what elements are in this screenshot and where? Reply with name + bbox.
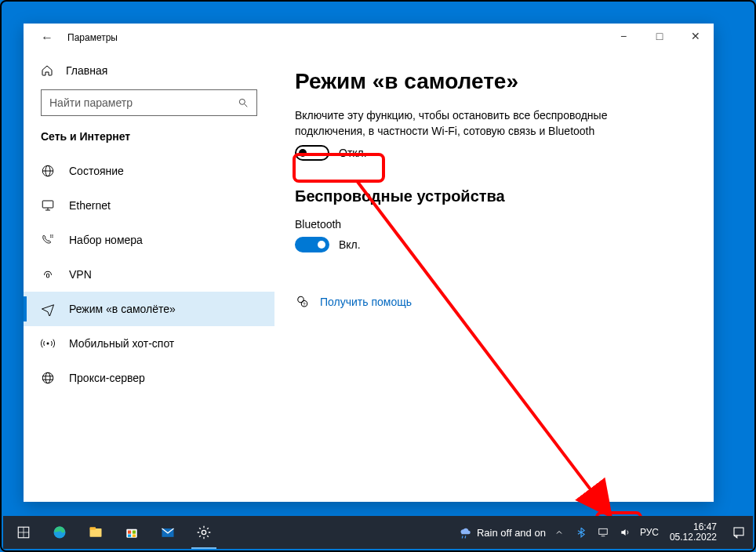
nav-ethernet[interactable]: Ethernet: [24, 188, 274, 223]
bluetooth-label: Bluetooth: [295, 218, 693, 231]
settings-window: ← Параметры − □ ✕ Главная Найти параметр…: [24, 24, 714, 502]
svg-point-34: [202, 530, 205, 534]
svg-rect-29: [128, 531, 131, 534]
nav-hotspot[interactable]: Мобильный хот-спот: [24, 326, 274, 361]
window-title: Параметры: [67, 32, 118, 43]
svg-rect-32: [133, 535, 136, 537]
tray-network-icon[interactable]: [596, 525, 610, 539]
svg-rect-27: [90, 527, 96, 529]
svg-rect-39: [734, 528, 743, 536]
taskbar-settings[interactable]: [188, 516, 220, 549]
home-nav[interactable]: Главная: [24, 58, 274, 85]
nav-airplane[interactable]: Режим «в самолёте»: [24, 292, 274, 326]
help-link[interactable]: ? Получить помощь: [295, 295, 693, 309]
weather-text: Rain off and on: [477, 527, 546, 539]
taskbar-clock[interactable]: 16:47 05.12.2022: [670, 522, 717, 543]
bluetooth-toggle-label: Вкл.: [339, 238, 361, 251]
airplane-icon: [41, 302, 55, 316]
tray-chevron-icon[interactable]: [552, 525, 566, 539]
svg-rect-37: [599, 528, 608, 534]
nav-label: Ethernet: [69, 199, 111, 212]
svg-text:?: ?: [303, 302, 306, 307]
content-pane: Режим «в самолете» Включите эту функцию,…: [274, 52, 714, 502]
taskbar-mail[interactable]: [152, 516, 184, 549]
hotspot-icon: [41, 336, 55, 350]
nav-label: Прокси-сервер: [69, 372, 145, 384]
airplane-toggle-row: Откл.: [295, 145, 693, 161]
search-input[interactable]: Найти параметр: [41, 89, 257, 116]
svg-line-35: [462, 536, 463, 539]
taskbar-store[interactable]: [116, 516, 147, 549]
section-label: Сеть и Интернет: [24, 130, 274, 154]
system-tray: РУС: [552, 525, 659, 539]
taskbar-notifications[interactable]: [728, 525, 750, 539]
vpn-icon: [41, 267, 55, 281]
search-placeholder: Найти параметр: [49, 96, 133, 109]
maximize-button[interactable]: □: [642, 24, 678, 49]
search-icon: [238, 97, 249, 108]
svg-point-9: [52, 237, 53, 238]
clock-date: 05.12.2022: [670, 532, 717, 543]
globe-icon: [41, 164, 55, 178]
sidebar: Главная Найти параметр Сеть и Интернет С…: [24, 52, 274, 502]
nav-label: Мобильный хот-спот: [69, 337, 174, 350]
tray-lang[interactable]: РУС: [640, 527, 659, 538]
taskbar-search[interactable]: [8, 516, 39, 549]
tray-volume-icon[interactable]: [618, 525, 632, 539]
nav-label: Состояние: [69, 165, 124, 177]
page-description: Включите эту функцию, чтобы остановить в…: [295, 108, 632, 139]
svg-point-0: [239, 99, 245, 104]
svg-point-11: [52, 234, 53, 236]
taskbar-edge[interactable]: [44, 516, 75, 549]
nav-label: Набор номера: [69, 234, 143, 246]
taskbar: Rain off and on РУС 16:47 05.12.2022: [3, 516, 753, 549]
proxy-icon: [41, 371, 55, 385]
svg-rect-30: [133, 531, 136, 534]
nav-proxy[interactable]: Прокси-сервер: [24, 361, 274, 395]
svg-point-14: [42, 372, 53, 383]
tray-bluetooth-icon[interactable]: [574, 525, 588, 539]
airplane-toggle-label: Откл.: [339, 147, 367, 159]
nav-label: Режим «в самолёте»: [69, 303, 176, 315]
help-link-label: Получить помощь: [320, 296, 412, 308]
ethernet-icon: [41, 198, 55, 212]
bluetooth-toggle-row: Вкл.: [295, 237, 693, 252]
wireless-heading: Беспроводные устройства: [295, 187, 693, 205]
bluetooth-toggle[interactable]: [295, 237, 329, 252]
taskbar-explorer[interactable]: [80, 516, 111, 549]
nav-vpn[interactable]: VPN: [24, 257, 274, 292]
svg-rect-12: [47, 274, 49, 278]
phone-icon: [41, 233, 55, 247]
svg-point-8: [50, 237, 52, 238]
svg-line-1: [245, 104, 248, 107]
svg-point-13: [47, 343, 49, 345]
nav-list: Состояние Ethernet Набор номера VPN Режи…: [24, 154, 274, 395]
back-button[interactable]: ←: [41, 31, 53, 45]
svg-line-36: [465, 536, 466, 539]
page-heading: Режим «в самолете»: [295, 69, 693, 94]
titlebar: ← Параметры − □ ✕: [24, 24, 714, 52]
svg-point-15: [45, 372, 50, 383]
home-icon: [41, 64, 53, 77]
minimize-button[interactable]: −: [605, 24, 642, 49]
nav-dialup[interactable]: Набор номера: [24, 223, 274, 257]
svg-rect-5: [42, 201, 53, 208]
close-button[interactable]: ✕: [678, 24, 714, 49]
svg-point-10: [50, 234, 52, 236]
airplane-toggle[interactable]: [295, 145, 329, 161]
nav-label: VPN: [69, 268, 92, 281]
svg-rect-31: [128, 535, 131, 537]
home-label: Главная: [66, 64, 107, 77]
weather-icon: [458, 525, 472, 539]
nav-status[interactable]: Состояние: [24, 154, 274, 188]
taskbar-weather[interactable]: Rain off and on: [458, 525, 546, 539]
help-icon: ?: [295, 295, 309, 309]
